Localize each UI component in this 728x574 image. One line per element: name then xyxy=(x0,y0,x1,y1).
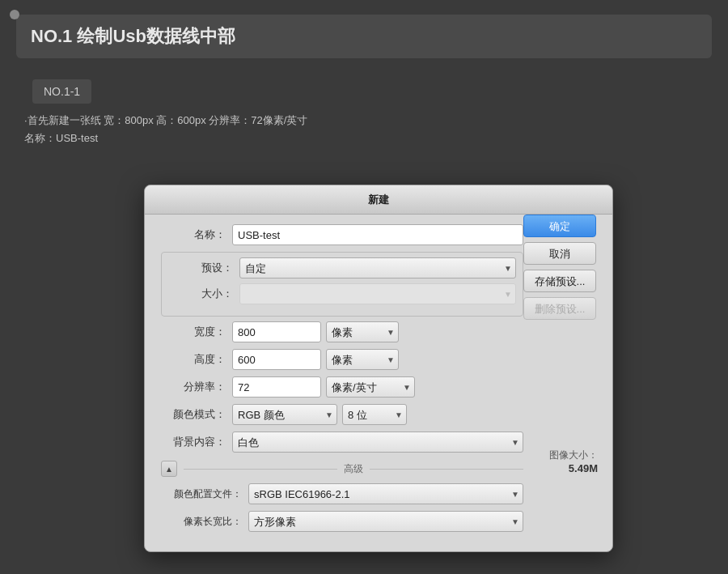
ok-button[interactable]: 确定 xyxy=(523,215,596,237)
preset-select[interactable]: 自定 xyxy=(239,257,516,278)
preset-label: 预设： xyxy=(168,261,233,275)
advanced-section: ▲ 高级 xyxy=(161,461,523,477)
color-mode-select[interactable]: RGB 颜色 xyxy=(232,404,337,425)
color-profile-row: 颜色配置文件： sRGB IEC61966-2.1 ▼ xyxy=(161,483,523,504)
save-preset-button[interactable]: 存储预设... xyxy=(523,270,596,292)
section-id: NO.1-1 xyxy=(44,85,80,98)
name-row: 名称： xyxy=(161,224,523,245)
width-value-unit: 像素 ▼ xyxy=(232,321,399,342)
width-unit-select[interactable]: 像素 xyxy=(326,321,399,342)
size-row: 大小： ▼ xyxy=(168,283,516,304)
color-bit-wrapper: 8 位 ▼ xyxy=(342,404,407,425)
resolution-unit-select[interactable]: 像素/英寸 xyxy=(326,376,415,398)
dialog-buttons: 确定 取消 存储预设... 删除预设... xyxy=(523,215,596,320)
width-unit-wrapper: 像素 ▼ xyxy=(326,321,399,342)
color-mode-row: 颜色模式： RGB 颜色 ▼ 8 位 ▼ xyxy=(161,404,523,425)
dialog-title-bar: 新建 xyxy=(145,185,612,215)
resolution-unit-wrapper: 像素/英寸 ▼ xyxy=(326,376,415,398)
bg-select[interactable]: 白色 xyxy=(232,432,523,453)
height-unit-wrapper: 像素 ▼ xyxy=(326,349,399,370)
cancel-button[interactable]: 取消 xyxy=(523,242,596,265)
resolution-value-unit: 像素/英寸 ▼ xyxy=(232,376,415,398)
new-document-dialog: 新建 确定 取消 存储预设... 删除预设... 图像大小： 5.49M 名称：… xyxy=(144,185,613,552)
preset-row: 预设： 自定 ▼ xyxy=(168,257,516,278)
preset-select-wrapper: 自定 ▼ xyxy=(239,257,516,278)
page-title: NO.1 绘制Usb数据线中部 xyxy=(31,26,235,46)
name-input[interactable] xyxy=(232,224,523,245)
color-profile-select[interactable]: sRGB IEC61966-2.1 xyxy=(248,483,523,504)
image-size-info: 图像大小： 5.49M xyxy=(549,449,598,474)
size-label: 大小： xyxy=(168,287,233,301)
dialog-title: 新建 xyxy=(368,193,389,206)
pixel-ratio-label: 像素长宽比： xyxy=(161,515,242,529)
width-row: 宽度： 像素 ▼ xyxy=(161,321,523,342)
traffic-light-dot xyxy=(10,10,19,19)
size-select xyxy=(239,283,516,304)
advanced-label: 高级 xyxy=(344,462,363,476)
height-input[interactable] xyxy=(232,349,321,370)
title-bar: NO.1 绘制Usb数据线中部 xyxy=(16,15,712,58)
delete-preset-button: 删除预设... xyxy=(523,297,596,320)
image-size-label: 图像大小： xyxy=(549,449,598,462)
color-profile-wrapper: sRGB IEC61966-2.1 ▼ xyxy=(248,483,523,504)
color-profile-label: 颜色配置文件： xyxy=(161,487,242,501)
resolution-input[interactable] xyxy=(232,376,321,398)
height-label: 高度： xyxy=(161,352,226,367)
advanced-divider-left xyxy=(184,469,337,470)
pixel-ratio-wrapper: 方形像素 ▼ xyxy=(248,511,523,532)
width-input[interactable] xyxy=(232,321,321,342)
description-line2: 名称：USB-test xyxy=(24,130,704,147)
description-block: ·首先新建一张纸 宽：800px 高：600px 分辨率：72像素/英寸 名称：… xyxy=(24,112,704,147)
color-mode-value-unit: RGB 颜色 ▼ 8 位 ▼ xyxy=(232,404,407,425)
color-bit-select[interactable]: 8 位 xyxy=(342,404,407,425)
bg-label: 背景内容： xyxy=(161,435,226,449)
color-mode-wrapper: RGB 颜色 ▼ xyxy=(232,404,337,425)
width-label: 宽度： xyxy=(161,325,226,339)
height-value-unit: 像素 ▼ xyxy=(232,349,399,370)
pixel-ratio-select[interactable]: 方形像素 xyxy=(248,511,523,532)
name-label: 名称： xyxy=(161,227,226,242)
bg-select-wrapper: 白色 ▼ xyxy=(232,432,523,453)
color-mode-label: 颜色模式： xyxy=(161,407,226,422)
description-line1: ·首先新建一张纸 宽：800px 高：600px 分辨率：72像素/英寸 xyxy=(24,112,704,130)
advanced-toggle[interactable]: ▲ xyxy=(161,461,177,477)
size-select-wrapper: ▼ xyxy=(239,283,516,304)
height-row: 高度： 像素 ▼ xyxy=(161,349,523,370)
bg-row: 背景内容： 白色 ▼ xyxy=(161,432,523,453)
resolution-row: 分辨率： 像素/英寸 ▼ xyxy=(161,376,523,398)
image-size-value: 5.49M xyxy=(549,462,598,474)
resolution-label: 分辨率： xyxy=(161,380,226,394)
height-unit-select[interactable]: 像素 xyxy=(326,349,399,370)
pixel-ratio-row: 像素长宽比： 方形像素 ▼ xyxy=(161,511,523,532)
section-header: NO.1-1 xyxy=(32,79,91,104)
advanced-divider-right xyxy=(370,469,523,470)
